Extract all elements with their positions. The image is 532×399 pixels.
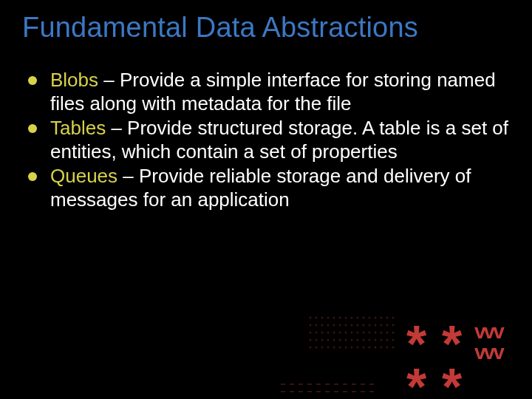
svg-point-69 (316, 347, 318, 349)
bullet-lead: Queues (50, 165, 117, 187)
svg-text:*: * (442, 316, 463, 373)
svg-point-66 (386, 339, 389, 341)
svg-point-67 (392, 339, 395, 341)
svg-point-19 (375, 317, 377, 319)
svg-point-79 (375, 347, 377, 349)
svg-text:*: * (442, 358, 463, 399)
svg-point-60 (351, 339, 353, 341)
svg-point-33 (369, 324, 371, 327)
bullet-lead: Blobs (50, 69, 98, 91)
svg-point-55 (321, 339, 324, 341)
svg-point-25 (321, 324, 324, 327)
svg-point-28 (339, 324, 341, 327)
svg-point-77 (363, 347, 365, 349)
list-item: Blobs – Provide a simple interface for s… (25, 68, 510, 116)
svg-point-18 (369, 317, 371, 319)
svg-point-57 (333, 339, 335, 341)
svg-point-46 (357, 332, 359, 334)
slide: Fundamental Data Abstractions Blobs – Pr… (0, 0, 532, 399)
svg-point-10 (321, 317, 324, 319)
svg-point-61 (357, 339, 359, 341)
svg-point-56 (327, 339, 330, 341)
svg-point-73 (339, 347, 341, 349)
svg-point-65 (381, 339, 383, 341)
svg-point-23 (310, 324, 312, 327)
svg-point-8 (310, 317, 312, 319)
svg-point-52 (392, 332, 395, 334)
svg-text:vvv: vvv (474, 341, 505, 364)
svg-point-68 (310, 347, 312, 349)
svg-point-74 (345, 347, 347, 349)
svg-point-16 (357, 317, 359, 319)
svg-point-17 (363, 317, 365, 319)
svg-point-22 (392, 317, 395, 319)
svg-text:*: * (406, 316, 427, 373)
svg-point-81 (386, 347, 389, 349)
svg-point-70 (321, 347, 324, 349)
bullet-list: Blobs – Provide a simple interface for s… (22, 68, 510, 212)
svg-point-50 (381, 332, 383, 334)
svg-point-12 (333, 317, 335, 319)
svg-point-30 (351, 324, 353, 327)
svg-point-21 (386, 317, 389, 319)
svg-point-53 (310, 339, 312, 341)
svg-point-27 (333, 324, 335, 327)
bullet-lead: Tables (50, 117, 106, 139)
svg-point-80 (381, 347, 383, 349)
svg-point-47 (363, 332, 365, 334)
svg-point-82 (392, 347, 395, 349)
svg-point-24 (316, 324, 318, 327)
svg-point-14 (345, 317, 347, 319)
svg-point-36 (386, 324, 389, 327)
svg-point-20 (381, 317, 383, 319)
svg-point-43 (339, 332, 341, 334)
svg-point-9 (316, 317, 318, 319)
svg-point-35 (381, 324, 383, 327)
svg-point-31 (357, 324, 359, 327)
svg-point-26 (327, 324, 330, 327)
svg-point-64 (375, 339, 377, 341)
svg-point-48 (369, 332, 371, 334)
svg-point-29 (345, 324, 347, 327)
slide-title: Fundamental Data Abstractions (22, 13, 510, 43)
svg-point-15 (351, 317, 353, 319)
svg-point-32 (363, 324, 365, 327)
list-item: Queues – Provide reliable storage and de… (25, 164, 510, 212)
svg-point-39 (316, 332, 318, 334)
bullet-rest: – Provide structured storage. A table is… (50, 117, 508, 163)
svg-text:*: * (406, 358, 427, 399)
svg-point-11 (327, 317, 330, 319)
svg-point-72 (333, 347, 335, 349)
svg-point-62 (363, 339, 365, 341)
svg-point-40 (321, 332, 324, 334)
svg-point-59 (345, 339, 347, 341)
svg-point-51 (386, 332, 389, 334)
bullet-rest: – Provide a simple interface for storing… (50, 69, 496, 115)
svg-point-78 (369, 347, 371, 349)
svg-point-42 (333, 332, 335, 334)
svg-point-13 (339, 317, 341, 319)
svg-point-49 (375, 332, 377, 334)
svg-point-58 (339, 339, 341, 341)
svg-point-41 (327, 332, 330, 334)
svg-point-34 (375, 324, 377, 327)
svg-point-38 (310, 332, 312, 334)
svg-point-37 (392, 324, 395, 327)
svg-point-76 (357, 347, 359, 349)
list-item: Tables – Provide structured storage. A t… (25, 116, 510, 164)
svg-point-63 (369, 339, 371, 341)
decorative-pattern: * * * * vvv vvv (281, 303, 532, 399)
svg-point-45 (351, 332, 353, 334)
svg-point-44 (345, 332, 347, 334)
svg-point-75 (351, 347, 353, 349)
svg-point-54 (316, 339, 318, 341)
svg-text:vvv: vvv (474, 320, 505, 343)
svg-point-71 (327, 347, 330, 349)
